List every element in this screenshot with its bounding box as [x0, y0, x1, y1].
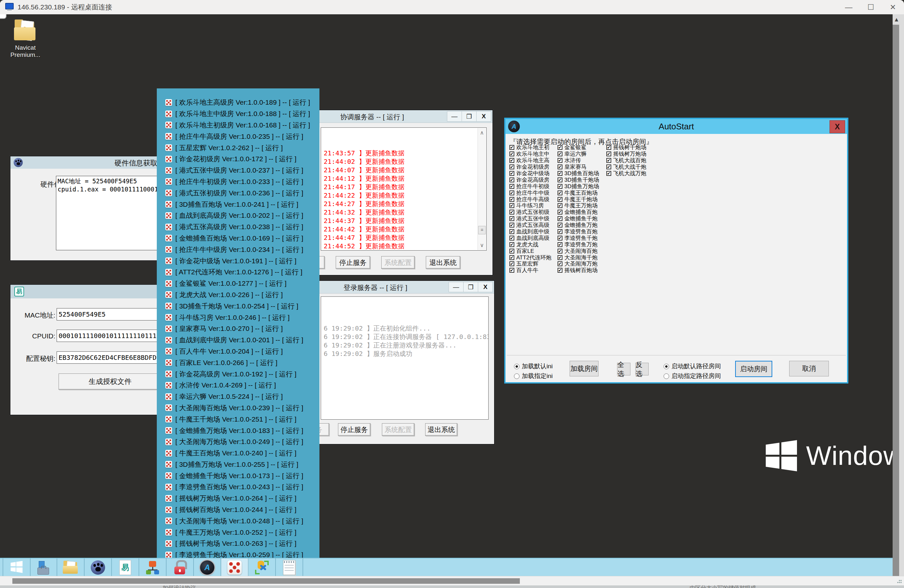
room-list-item[interactable]: [ 金蟾捕鱼百炮场 Ver:1.0.0-169 ] -- [ 运行 ]: [157, 233, 319, 244]
checkbox-checked-icon[interactable]: ✔: [509, 236, 514, 241]
room-checkbox-row[interactable]: ✔ 3D捕鱼百炮场: [558, 170, 599, 177]
room-checkbox-row[interactable]: ✔ 3D捕鱼千炮场: [558, 177, 599, 183]
room-list-item[interactable]: [ 大圣闹海百炮场 Ver:1.0.0-239 ] -- [ 运行 ]: [157, 402, 319, 414]
room-list-item[interactable]: [ ATT2代连环炮 Ver:1.0.0-1276 ] -- [ 运行 ]: [157, 266, 319, 278]
checkbox-checked-icon[interactable]: ✔: [509, 178, 514, 182]
generate-license-button[interactable]: 生成授权文件: [58, 374, 162, 390]
scroll-thumb[interactable]: ≡: [478, 226, 486, 234]
checkbox-checked-icon[interactable]: ✔: [558, 145, 563, 150]
checkbox-checked-icon[interactable]: ✔: [558, 197, 563, 202]
room-list-item[interactable]: [ 3D捕鱼万炮场 Ver:1.0.0-255 ] -- [ 运行 ]: [157, 459, 319, 470]
room-checkbox-row[interactable]: ✔ 3D捕鱼万炮场: [558, 183, 599, 189]
checkbox-checked-icon[interactable]: ✔: [606, 164, 611, 169]
invert-selection-button[interactable]: 反选: [635, 363, 649, 375]
radio-unselected-icon[interactable]: [664, 374, 669, 379]
autostart-titlebar[interactable]: A AutoStart X: [506, 119, 847, 134]
checkbox-checked-icon[interactable]: ✔: [558, 158, 563, 163]
taskbar-easy-language-button[interactable]: 易: [112, 558, 139, 577]
radio-load-custom[interactable]: 加载指定ini: [514, 372, 553, 380]
radio-load-default[interactable]: 加载默认ini: [514, 362, 553, 370]
taskbar-topology-button[interactable]: [139, 558, 166, 577]
room-list-item[interactable]: [ 3D捕鱼千炮场 Ver:1.0.0-254 ] -- [ 运行 ]: [157, 300, 319, 312]
coord-stop-service-button[interactable]: 停止服务: [336, 256, 370, 269]
room-checkbox-row[interactable]: ✔ 抢庄牛牛初级: [509, 183, 552, 189]
close-icon[interactable]: X: [477, 111, 491, 121]
checkbox-checked-icon[interactable]: ✔: [509, 203, 514, 208]
room-checkbox-row[interactable]: ✔ 大圣闹海百炮: [558, 247, 599, 254]
room-list-item[interactable]: [ 摇钱树百炮场 Ver:1.0.0-244 ] -- [ 运行 ]: [157, 504, 319, 515]
room-checkbox-row[interactable]: ✔ 欢乐斗地主高: [509, 157, 552, 164]
room-list-item[interactable]: [ 金鲨银鲨 Ver:1.0.0-1277 ] -- [ 运行 ]: [157, 278, 319, 289]
room-checkbox-row[interactable]: ✔ 欢乐斗地主中: [509, 151, 552, 157]
room-list-item[interactable]: [ 大圣闹海千炮场 Ver:1.0.0-248 ] -- [ 运行 ]: [157, 515, 319, 527]
checkbox-checked-icon[interactable]: ✔: [509, 191, 514, 195]
room-checkbox-row[interactable]: ✔ ATT2代连环炮: [509, 254, 552, 261]
room-checkbox-row[interactable]: ✔ 诈金花初级房: [509, 164, 552, 170]
room-checkbox-row[interactable]: ✔ 牛魔王百炮场: [558, 189, 599, 196]
room-checkbox-row[interactable]: ✔ 牛魔王千炮场: [558, 196, 599, 202]
room-list-item[interactable]: [ 李逵劈鱼百炮场 Ver:1.0.0-243 ] -- [ 运行 ]: [157, 481, 319, 493]
room-list-item[interactable]: [ 牛魔王百炮场 Ver:1.0.0-240 ] -- [ 运行 ]: [157, 448, 319, 459]
taskbar-autostart-button[interactable]: A: [194, 558, 221, 577]
checkbox-checked-icon[interactable]: ✔: [509, 255, 514, 260]
checkbox-checked-icon[interactable]: ✔: [558, 223, 563, 227]
room-checkbox-row[interactable]: ✔ 血战到底高级: [509, 235, 552, 241]
checkbox-checked-icon[interactable]: ✔: [509, 242, 514, 247]
checkbox-checked-icon[interactable]: ✔: [558, 184, 563, 189]
rdp-window-titlebar[interactable]: 146.56.230.189 - 远程桌面连接 — ☐ ✕: [0, 0, 904, 14]
maximize-icon[interactable]: ❒: [463, 282, 478, 292]
checkbox-checked-icon[interactable]: ✔: [509, 197, 514, 202]
radio-start-default-path[interactable]: 启动默认路径房间: [664, 362, 721, 370]
room-checkbox-row[interactable]: ✔ 五星宏辉: [509, 261, 552, 267]
checkbox-checked-icon[interactable]: ✔: [509, 158, 514, 163]
checkbox-checked-icon[interactable]: ✔: [509, 249, 514, 254]
checkbox-checked-icon[interactable]: ✔: [509, 216, 514, 221]
scroll-down-icon[interactable]: ∨: [478, 242, 486, 249]
hardware-window-titlebar[interactable]: 硬件信息获取工: [10, 156, 163, 169]
room-checkbox-row[interactable]: ✔ 百人牛牛: [509, 267, 552, 274]
room-checkbox-row[interactable]: ✔ 摇钱树万炮场: [606, 151, 646, 157]
minimize-icon[interactable]: —: [449, 282, 463, 292]
checkbox-checked-icon[interactable]: ✔: [558, 171, 563, 176]
room-list-item[interactable]: [ 3D捕鱼百炮场 Ver:1.0.0-241 ] -- [ 运行 ]: [157, 199, 319, 210]
checkbox-checked-icon[interactable]: ✔: [509, 261, 514, 266]
radio-selected-icon[interactable]: [664, 364, 669, 369]
room-list-item[interactable]: [ 抢庄牛牛初级房 Ver:1.0.0-233 ] -- [ 运行 ]: [157, 176, 319, 188]
checkbox-checked-icon[interactable]: ✔: [558, 249, 563, 254]
room-list-item[interactable]: [ 李逵劈鱼千炮场 Ver:1.0.0-259 ] -- [ 运行 ]: [157, 549, 319, 558]
room-list-item[interactable]: [ 摇钱树千炮场 Ver:1.0.0-263 ] -- [ 运行 ]: [157, 538, 319, 549]
taskbar-db-config-button[interactable]: [248, 558, 276, 577]
room-checkbox-row[interactable]: ✔ 抢庄牛牛高级: [509, 196, 552, 202]
scroll-up-icon[interactable]: ▲: [893, 16, 901, 23]
scroll-thumb[interactable]: [13, 578, 520, 584]
minimize-icon[interactable]: —: [447, 111, 462, 121]
room-checkbox-row[interactable]: ✔ 牛魔王万炮场: [558, 202, 599, 209]
checkbox-checked-icon[interactable]: ✔: [509, 171, 514, 176]
checkbox-checked-icon[interactable]: ✔: [509, 145, 514, 150]
login-stop-service-button[interactable]: 停止服务: [338, 423, 370, 436]
room-list-item[interactable]: [ 港式五张高级房 Ver:1.0.0-238 ] -- [ 运行 ]: [157, 221, 319, 233]
resize-grip-icon[interactable]: [897, 579, 902, 583]
room-checkbox-row[interactable]: ✔ 金蟾捕鱼千炮: [558, 216, 599, 222]
room-checkbox-row[interactable]: ✔ 抢庄牛牛中级: [509, 189, 552, 196]
close-icon[interactable]: X: [478, 282, 493, 292]
room-checkbox-row[interactable]: ✔ 港式五张中级: [509, 216, 552, 222]
coord-exit-system-button[interactable]: 退出系统: [426, 256, 460, 269]
desktop-icon-navicat[interactable]: Navicat Premium...: [7, 19, 44, 58]
checkbox-checked-icon[interactable]: ✔: [558, 242, 563, 247]
room-list-item[interactable]: [ 金蟾捕鱼万炮场 Ver:1.0.0-183 ] -- [ 运行 ]: [157, 425, 319, 436]
room-list-item[interactable]: [ 欢乐斗地主中级房 Ver:1.0.0-188 ] -- [ 运行 ]: [157, 108, 319, 120]
mac-input[interactable]: 525400F549E5: [57, 308, 169, 320]
checkbox-checked-icon[interactable]: ✔: [509, 223, 514, 227]
maximize-icon[interactable]: ☐: [860, 0, 882, 14]
room-list-item[interactable]: [ 摇钱树万炮场 Ver:1.0.0-264 ] -- [ 运行 ]: [157, 493, 319, 504]
room-list-item[interactable]: [ 金蟾捕鱼千炮场 Ver:1.0.0-173 ] -- [ 运行 ]: [157, 470, 319, 481]
room-checkbox-row[interactable]: ✔ 诈金花中级场: [509, 170, 552, 177]
login-server-log[interactable]: 6 19:29:02 】正在初始化组件...6 19:29:02 】正在连接协调…: [321, 296, 488, 419]
room-checkbox-row[interactable]: ✔ 欢乐斗地主初: [509, 144, 552, 151]
room-list-item[interactable]: [ 皇家赛马 Ver:1.0.0-270 ] -- [ 运行 ]: [157, 323, 319, 334]
checkbox-checked-icon[interactable]: ✔: [558, 236, 563, 241]
checkbox-checked-icon[interactable]: ✔: [509, 151, 514, 156]
taskbar-file-explorer-button[interactable]: [57, 558, 85, 577]
room-list-item[interactable]: [ 诈金花初级房 Ver:1.0.0-172 ] -- [ 运行 ]: [157, 153, 319, 165]
